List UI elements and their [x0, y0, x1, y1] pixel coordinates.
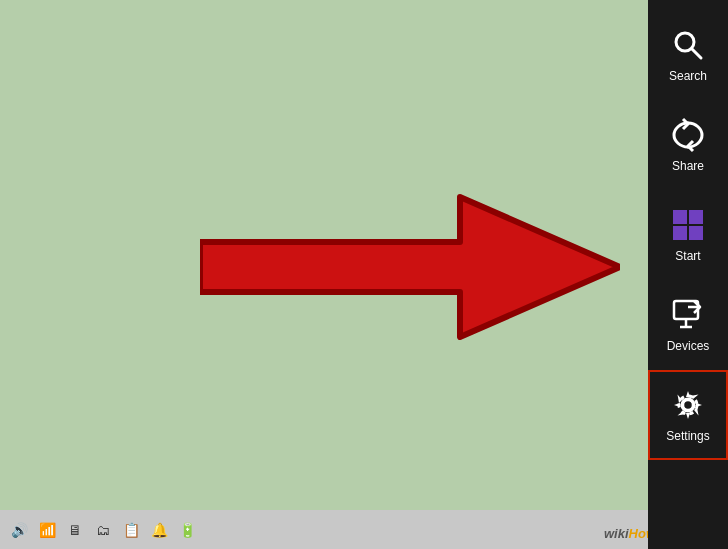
charm-search[interactable]: Search: [648, 10, 728, 100]
svg-rect-3: [673, 210, 687, 224]
network-icon: 🔊: [8, 519, 30, 541]
charm-search-label: Search: [669, 69, 707, 83]
battery-icon: 🔋: [176, 519, 198, 541]
folder-icon: 🗂: [92, 519, 114, 541]
charm-settings[interactable]: Settings: [648, 370, 728, 460]
svg-rect-7: [674, 301, 698, 319]
svg-marker-0: [200, 197, 620, 337]
windows-start-icon: [670, 207, 706, 243]
taskbar: 🔊 📶 🖥 🗂 📋 🔔 🔋: [0, 510, 648, 549]
share-icon: [670, 117, 706, 153]
svg-rect-6: [689, 226, 703, 240]
notification-icon: 🔔: [148, 519, 170, 541]
search-icon: [670, 27, 706, 63]
settings-icon: [670, 387, 706, 423]
svg-rect-5: [673, 226, 687, 240]
svg-line-2: [692, 49, 701, 58]
display-icon: 🖥: [64, 519, 86, 541]
charm-share-label: Share: [672, 159, 704, 173]
svg-rect-4: [689, 210, 703, 224]
charm-start-label: Start: [675, 249, 700, 263]
charm-devices-label: Devices: [667, 339, 710, 353]
charm-settings-label: Settings: [666, 429, 709, 443]
charm-start[interactable]: Start: [648, 190, 728, 280]
clipboard-icon: 📋: [120, 519, 142, 541]
wiki-text: wiki: [604, 526, 629, 541]
devices-icon: [670, 297, 706, 333]
direction-arrow: [200, 187, 620, 347]
svg-point-13: [683, 400, 693, 410]
charm-devices[interactable]: Devices: [648, 280, 728, 370]
wifi-icon: 📶: [36, 519, 58, 541]
charms-bar: Search Share Start Devi: [648, 0, 728, 549]
charm-share[interactable]: Share: [648, 100, 728, 190]
